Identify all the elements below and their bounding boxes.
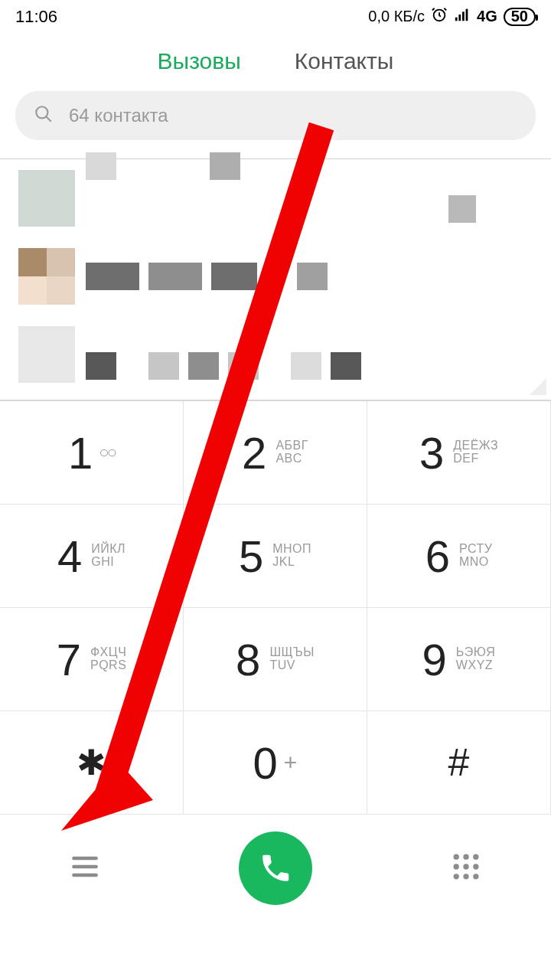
svg-rect-2	[458, 15, 461, 21]
battery-indicator: 50	[504, 8, 536, 26]
svg-point-10	[463, 864, 468, 869]
data-rate: 0,0 КБ/с	[368, 8, 425, 25]
svg-point-9	[453, 864, 458, 869]
dialpad-toggle-button[interactable]	[449, 850, 483, 887]
svg-point-8	[473, 854, 478, 860]
call-log	[0, 158, 551, 400]
search-input[interactable]: 64 контакта	[15, 91, 536, 140]
svg-rect-4	[466, 9, 468, 21]
key-7[interactable]: 7 ФХЦЧPQRS	[0, 608, 184, 711]
svg-point-6	[453, 854, 458, 860]
key-4[interactable]: 4 ИЙКЛGHI	[0, 505, 184, 608]
svg-point-12	[453, 874, 458, 879]
avatar	[18, 326, 75, 383]
avatar	[18, 248, 75, 305]
menu-button[interactable]	[68, 850, 102, 887]
key-5[interactable]: 5 МНОПJKL	[184, 505, 367, 608]
svg-point-7	[463, 854, 468, 860]
svg-rect-1	[455, 18, 458, 21]
signal-icon	[454, 6, 471, 27]
bottom-bar	[0, 815, 551, 928]
key-1[interactable]: 1 ○○	[0, 401, 184, 505]
redacted-content	[86, 352, 361, 380]
svg-rect-3	[462, 11, 465, 21]
list-item[interactable]	[0, 237, 551, 315]
key-hash[interactable]: #	[367, 711, 551, 815]
avatar	[18, 170, 75, 227]
status-right: 0,0 КБ/с 4G 50	[368, 6, 536, 27]
search-placeholder: 64 контакта	[69, 105, 168, 126]
search-icon	[34, 104, 54, 127]
svg-point-11	[473, 864, 478, 869]
key-0[interactable]: 0 +	[184, 711, 367, 815]
dialpad: 1 ○○ 2 АБВГABC 3 ДЕЁЖЗDEF 4 ИЙКЛGHI 5 МН…	[0, 400, 551, 815]
call-button[interactable]	[239, 831, 312, 905]
tab-calls[interactable]: Вызовы	[158, 48, 241, 74]
svg-point-5	[36, 106, 47, 118]
key-3[interactable]: 3 ДЕЁЖЗDEF	[367, 401, 551, 505]
list-item[interactable]	[0, 315, 551, 400]
status-bar: 11:06 0,0 КБ/с 4G 50	[0, 0, 551, 30]
page-fold-icon	[530, 378, 546, 395]
redacted-content	[86, 263, 328, 290]
voicemail-icon: ○○	[99, 443, 115, 462]
key-9[interactable]: 9 ЬЭЮЯWXYZ	[367, 608, 551, 711]
tabs: Вызовы Контакты	[0, 30, 551, 88]
key-2[interactable]: 2 АБВГABC	[184, 401, 367, 505]
tab-contacts[interactable]: Контакты	[295, 48, 394, 74]
key-6[interactable]: 6 РСТУMNO	[367, 505, 551, 608]
status-time: 11:06	[15, 7, 57, 27]
list-item[interactable]	[0, 159, 551, 237]
svg-point-14	[473, 874, 478, 879]
redacted-content	[86, 174, 476, 223]
alarm-icon	[431, 6, 448, 27]
key-8[interactable]: 8 ШЩЪЫTUV	[184, 608, 367, 711]
key-star[interactable]: ✱	[0, 711, 184, 815]
svg-point-13	[463, 874, 468, 879]
network-label: 4G	[477, 8, 497, 25]
